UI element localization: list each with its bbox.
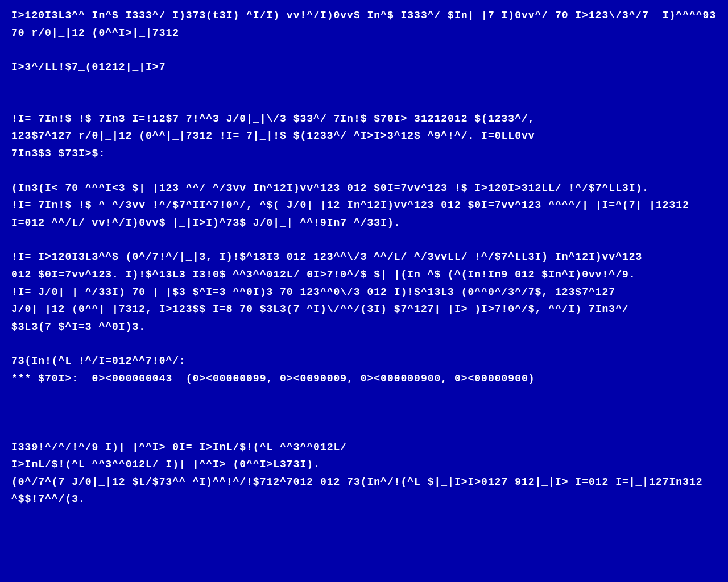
bsod-line-28: ^$$!7^^/(3. — [11, 490, 717, 508]
bsod-line-10: (In3(I< 70 ^^^I<3 $|_|123 ^^/ ^/3vv In^1… — [11, 180, 717, 197]
bsod-line-0: I>120I3L3^^ In^$ I333^/ I)373(t3I) ^I/I)… — [11, 7, 717, 24]
bsod-line-5 — [11, 93, 717, 110]
bsod-line-24 — [11, 422, 717, 439]
bsod-line-18: $3L3(7 $^I=3 ^^0I)3. — [11, 318, 717, 336]
bsod-line-6: !I= 7In!$ !$ 7In3 I=!12$7 7!^^3 J/0|_|\/… — [11, 110, 717, 128]
bsod-line-17: J/0|_|12 (0^^|_|7312, I>123$$ I=8 70 $3L… — [11, 301, 717, 318]
bsod-line-3: I>3^/LL!$7_(01212|_|I>7 — [11, 59, 717, 76]
bsod-line-11: !I= 7In!$ !$ ^ ^/3vv !^/$7^II^7!0^/, ^$(… — [11, 197, 717, 214]
bsod-line-4 — [11, 76, 717, 93]
bsod-line-1: 70 r/0|_|12 (0^^I>|_|7312 — [11, 24, 717, 42]
bsod-screen: I>120I3L3^^ In^$ I333^/ I)373(t3I) ^I/I)… — [11, 7, 717, 508]
bsod-line-22 — [11, 388, 717, 405]
bsod-line-7: 123$7^127 r/0|_|12 (0^^|_|7312 !I= 7|_|!… — [11, 127, 717, 145]
bsod-line-8: 7In3$3 $73I>$: — [11, 145, 717, 163]
bsod-line-9 — [11, 163, 717, 180]
bsod-line-12: I=012 ^^/L/ vv!^/I)0vv$ |_|I>I)^73$ J/0|… — [11, 214, 717, 232]
bsod-line-25: I339!^/^/!^/9 I)|_|^^I> 0I= I>InL/$!(^L … — [11, 439, 717, 456]
bsod-line-19 — [11, 335, 717, 352]
bsod-line-26: I>InL/$!(^L ^^3^^012L/ I)|_|^^I> (0^^I>L… — [11, 456, 717, 473]
bsod-line-14: !I= I>120I3L3^^$ (0^/7!^/|_|3, I)!$^13I3… — [11, 248, 717, 266]
bsod-line-20: 73(In!(^L !^/I=012^^7!0^/: — [11, 352, 717, 370]
bsod-line-15: 012 $0I=7vv^123. I)!$^13L3 I3!0$ ^^3^^01… — [11, 266, 717, 284]
bsod-line-16: !I= J/0|_| ^/33I) 70 |_|$3 $^I=3 ^^0I)3 … — [11, 284, 717, 301]
bsod-line-21: *** $70I>: 0><000000043 (0><00000099, 0>… — [11, 370, 717, 388]
bsod-line-23 — [11, 405, 717, 422]
bsod-line-27: (0^/7^(7 J/0|_|12 $L/$73^^ ^I)^^!^/!$712… — [11, 473, 717, 491]
bsod-line-13 — [11, 231, 717, 248]
bsod-line-2 — [11, 41, 717, 59]
